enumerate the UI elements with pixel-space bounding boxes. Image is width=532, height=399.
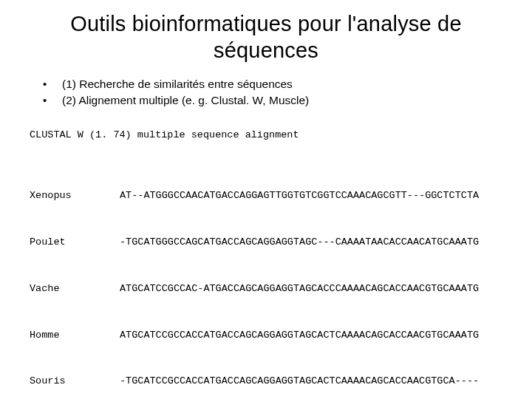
sequence-data: -TGCATGGGCCAGCATGACCAGCAGGAGGTAGC---CAAA…	[120, 235, 479, 250]
clustal-header: CLUSTAL W (1. 74) multiple sequence alig…	[18, 128, 514, 143]
species-label: Vache	[30, 282, 120, 297]
list-item: • (2) Alignement multiple (e. g. Clustal…	[43, 94, 514, 107]
list-item: • (1) Recherche de similarités entre séq…	[43, 78, 514, 91]
bullet-text: (1) Recherche de similarités entre séque…	[62, 78, 293, 91]
species-label: Poulet	[30, 235, 120, 250]
sequence-data: ATGCATCCGCCAC-ATGACCAGCAGGAGGTAGCACCCAAA…	[120, 282, 479, 297]
species-label: Homme	[30, 328, 120, 344]
species-label: Xenopus	[30, 188, 120, 204]
sequence-data: ATGCATCCGCCACCATGACCAGCAGGAGGTAGCACTCAAA…	[120, 328, 479, 344]
alignment-row: VacheATGCATCCGCCAC-ATGACCAGCAGGAGGTAGCAC…	[30, 282, 514, 297]
sequence-data: AT--ATGGGCCAACATGACCAGGAGTTGGTGTCGGTCCAA…	[120, 188, 479, 204]
species-label: Souris	[30, 374, 120, 389]
alignment-row: HommeATGCATCCGCCACCATGACCAGCAGGAGGTAGCAC…	[30, 328, 514, 344]
page-title: Outils bioinformatiques pour l'analyse d…	[18, 10, 514, 64]
alignment-row: Souris-TGCATCCGCCACCATGACCAGCAGGAGGTAGCA…	[30, 374, 514, 389]
bullet-text: (2) Alignement multiple (e. g. Clustal. …	[62, 94, 309, 107]
bullet-list: • (1) Recherche de similarités entre séq…	[18, 78, 514, 107]
sequence-data: -TGCATCCGCCACCATGACCAGCAGGAGGTAGCACTCAAA…	[120, 374, 479, 389]
bullet-icon: •	[43, 94, 62, 106]
alignment-block: XenopusAT--ATGGGCCAACATGACCAGGAGTTGGTGTC…	[18, 157, 514, 399]
alignment-row: XenopusAT--ATGGGCCAACATGACCAGGAGTTGGTGTC…	[30, 188, 514, 204]
alignment-row: Poulet-TGCATGGGCCAGCATGACCAGCAGGAGGTAGC-…	[30, 235, 514, 250]
bullet-icon: •	[43, 78, 62, 90]
